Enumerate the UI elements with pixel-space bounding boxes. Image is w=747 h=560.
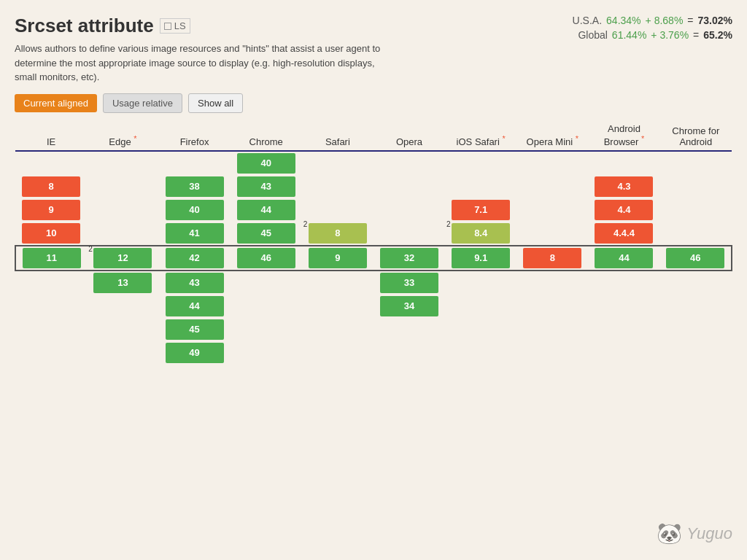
- table-row: 4434: [15, 295, 732, 318]
- table-cell: [374, 151, 445, 175]
- table-row: 940447.14.4: [15, 198, 732, 222]
- table-cell: 28.4: [445, 222, 516, 246]
- ls-square-icon: [164, 23, 171, 30]
- table-cell: [660, 318, 732, 341]
- table-row: 49: [15, 341, 732, 365]
- table-row: 45: [15, 318, 732, 341]
- table-cell: [445, 271, 516, 295]
- yuguo-logo-icon: 🐼: [657, 521, 682, 545]
- table-cell: [302, 341, 374, 365]
- table-cell: [445, 175, 516, 198]
- table-cell: 9: [15, 198, 87, 222]
- table-cell: [231, 295, 302, 318]
- table-cell: [302, 175, 374, 198]
- table-cell: [302, 151, 374, 175]
- table-cell: 28: [302, 222, 374, 246]
- table-cell: [516, 295, 588, 318]
- table-cell: 4.4.4: [588, 222, 659, 246]
- header-edge: Edge *: [87, 120, 158, 151]
- table-cell: 34: [374, 295, 445, 318]
- header-firefox: Firefox: [158, 120, 230, 151]
- table-cell: [445, 341, 516, 365]
- table-cell: 44: [231, 198, 302, 222]
- table-cell: 212: [87, 246, 158, 271]
- header-chrome-android: Chrome for Android: [660, 120, 732, 151]
- table-cell: 49: [158, 341, 230, 365]
- table-cell: [588, 271, 659, 295]
- table-cell: [302, 271, 374, 295]
- table-cell: 41: [158, 222, 230, 246]
- table-cell: [302, 318, 374, 341]
- header-ie: IE: [15, 120, 87, 151]
- table-cell: [374, 222, 445, 246]
- table-cell: [660, 341, 732, 365]
- table-cell: [374, 341, 445, 365]
- table-cell: [87, 341, 158, 365]
- table-cell: [516, 151, 588, 175]
- table-cell: [445, 295, 516, 318]
- table-cell: 11: [15, 246, 87, 271]
- table-cell: 42: [158, 246, 230, 271]
- usage-relative-button[interactable]: Usage relative: [103, 93, 182, 113]
- usa-stats-row: U.S.A. 64.34% + 8.68% = 73.02%: [562, 15, 732, 26]
- table-cell: 9: [302, 246, 374, 271]
- table-cell: [302, 198, 374, 222]
- table-cell: 45: [231, 222, 302, 246]
- table-cell: [15, 295, 87, 318]
- watermark: 🐼 Yuguo: [657, 521, 732, 545]
- show-all-button[interactable]: Show all: [188, 93, 243, 113]
- table-cell: [588, 295, 659, 318]
- stats-section: U.S.A. 64.34% + 8.68% = 73.02% Global 61…: [562, 15, 732, 44]
- table-cell: [445, 151, 516, 175]
- table-cell: [374, 318, 445, 341]
- table-cell: [231, 271, 302, 295]
- table-cell: 40: [231, 151, 302, 175]
- table-row: 134333: [15, 271, 732, 295]
- table-cell: [15, 271, 87, 295]
- header-opera: Opera: [374, 120, 445, 151]
- table-cell: 46: [660, 246, 732, 271]
- table-cell: [516, 318, 588, 341]
- table-cell: [588, 151, 659, 175]
- table-cell: [516, 222, 588, 246]
- table-cell: [445, 318, 516, 341]
- table-cell: [231, 341, 302, 365]
- table-cell: 46: [231, 246, 302, 271]
- table-cell: [374, 175, 445, 198]
- table-cell: [516, 175, 588, 198]
- table-cell: 10: [15, 222, 87, 246]
- table-row: 1121242469329.184446: [15, 246, 732, 271]
- table-cell: [660, 295, 732, 318]
- table-cell: [660, 222, 732, 246]
- table-cell: 43: [231, 175, 302, 198]
- table-cell: [15, 341, 87, 365]
- table-cell: [588, 318, 659, 341]
- table-cell: 13: [87, 271, 158, 295]
- table-cell: [231, 318, 302, 341]
- table-cell: [660, 175, 732, 198]
- table-cell: 9.1: [445, 246, 516, 271]
- table-cell: 8: [15, 175, 87, 198]
- table-cell: 8: [516, 246, 588, 271]
- table-row: 40: [15, 151, 732, 175]
- table-cell: [516, 271, 588, 295]
- table-cell: [87, 175, 158, 198]
- table-cell: [374, 198, 445, 222]
- table-cell: [302, 295, 374, 318]
- table-cell: [660, 151, 732, 175]
- table-cell: [87, 222, 158, 246]
- table-row: 838434.3: [15, 175, 732, 198]
- table-cell: [87, 151, 158, 175]
- header-ios-safari: iOS Safari *: [445, 120, 516, 151]
- table-cell: [516, 198, 588, 222]
- current-aligned-button[interactable]: Current aligned: [15, 94, 97, 112]
- table-cell: 4.3: [588, 175, 659, 198]
- table-cell: 43: [158, 271, 230, 295]
- header-android-browser: Android Browser *: [588, 120, 659, 151]
- table-row: 1041452828.44.4.4: [15, 222, 732, 246]
- table-cell: [516, 341, 588, 365]
- table-cell: [15, 151, 87, 175]
- table-cell: 45: [158, 318, 230, 341]
- table-cell: [158, 151, 230, 175]
- header-chrome: Chrome: [231, 120, 302, 151]
